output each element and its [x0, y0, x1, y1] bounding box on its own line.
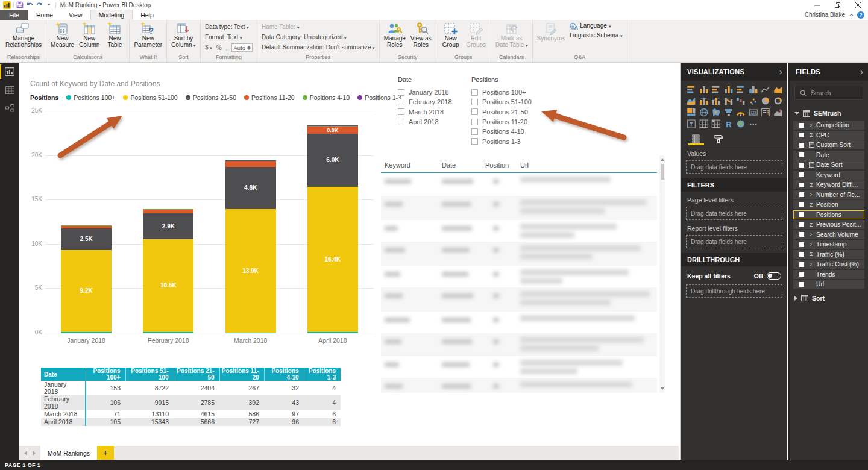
date-slicer-option[interactable]: March 2018 — [398, 107, 465, 117]
card-icon[interactable]: 123 — [747, 107, 760, 118]
field-item-custom-sort[interactable]: Custom Sort — [793, 140, 864, 149]
date-slicer-option[interactable]: February 2018 — [398, 97, 465, 107]
field-checkbox[interactable] — [799, 172, 804, 177]
page-filters-dropzone[interactable]: Drag data fields here — [686, 207, 782, 220]
sortby-column-button[interactable]: Sort byColumn ▾ — [169, 20, 198, 49]
multi-row-card-icon[interactable] — [760, 107, 772, 118]
map-icon[interactable] — [698, 107, 711, 118]
checkbox[interactable] — [471, 99, 478, 105]
checkbox[interactable] — [398, 108, 404, 115]
field-item-position[interactable]: ΣPosition — [793, 200, 864, 209]
detail-table-scrollbar[interactable] — [659, 155, 665, 393]
checkbox[interactable] — [398, 119, 404, 125]
checkbox[interactable] — [471, 119, 478, 125]
formatting-option[interactable]: Format: Text ▾ — [205, 33, 253, 42]
segment-positions-21-50[interactable]: 2.9K — [143, 213, 193, 239]
segment-positions-4-10[interactable] — [307, 125, 358, 127]
more-options-icon[interactable] — [747, 118, 760, 130]
next-page-icon[interactable] — [33, 451, 36, 456]
field-item-timestamp[interactable]: ΣTimestamp — [793, 240, 864, 249]
scroll-up-icon[interactable] — [661, 158, 664, 161]
table-row[interactable] — [381, 333, 657, 356]
percent-format-button[interactable]: % — [216, 43, 222, 52]
table-row[interactable] — [381, 220, 657, 242]
field-checkbox[interactable] — [799, 242, 804, 247]
legend-item[interactable]: Positions 100+ — [66, 94, 115, 101]
qa-option[interactable]: ALanguage ▾ — [570, 22, 622, 31]
segment-positions-51-100[interactable]: 13.9K — [225, 209, 276, 333]
checkbox[interactable] — [471, 108, 478, 115]
format-tab[interactable] — [710, 134, 726, 145]
ribbon-tab-file[interactable]: File — [0, 10, 28, 20]
save-icon[interactable] — [15, 1, 25, 9]
redo-icon[interactable] — [34, 1, 44, 9]
checkbox[interactable] — [471, 128, 478, 135]
fields-search-input[interactable]: Search — [794, 86, 863, 100]
100-stacked-bar-chart-icon[interactable] — [735, 84, 747, 95]
help-icon[interactable]: ? — [857, 11, 864, 19]
field-checkbox[interactable] — [799, 152, 804, 157]
minimize-button[interactable] — [807, 0, 827, 10]
segment-positions-100-[interactable] — [61, 332, 112, 333]
stacked-bar-chart-icon[interactable] — [685, 84, 698, 95]
slicer-icon[interactable] — [685, 118, 698, 130]
field-checkbox[interactable] — [799, 183, 804, 187]
field-item-keyword[interactable]: Keyword — [793, 171, 864, 180]
table-sort[interactable]: Sort — [790, 290, 868, 306]
model-view-button[interactable] — [0, 99, 19, 117]
new-column-button[interactable]: NewColumn — [77, 20, 102, 48]
field-item-positions[interactable]: Positions — [793, 210, 864, 219]
field-item-date-sort[interactable]: Date Sort — [793, 160, 864, 169]
drillthrough-dropzone[interactable]: Drag drillthrough fields here — [686, 284, 782, 298]
collapsed-icon[interactable] — [794, 296, 797, 301]
restore-button[interactable] — [827, 0, 848, 10]
line-chart-icon[interactable] — [760, 84, 772, 95]
scroll-down-icon[interactable] — [661, 387, 664, 390]
segment-positions-11-20[interactable]: 0.8K — [307, 127, 358, 134]
legend-item[interactable]: Positions 51-100 — [123, 94, 177, 101]
checkbox[interactable] — [471, 89, 478, 96]
report-filters-dropzone[interactable]: Drag data fields here — [686, 235, 782, 248]
decimal-places-spinner[interactable]: Auto — [231, 43, 253, 52]
expanded-icon[interactable] — [794, 112, 799, 115]
signed-in-user[interactable]: Christina Blake — [805, 11, 845, 18]
detail-column-url[interactable]: Url — [520, 161, 529, 169]
field-checkbox[interactable] — [799, 272, 804, 277]
table-row[interactable] — [381, 242, 657, 266]
positions-slicer-option[interactable]: Positions 1-3 — [471, 136, 550, 146]
new-parameter-button[interactable]: ?NewParameter — [131, 20, 165, 48]
positions-slicer-option[interactable]: Positions 11-20 — [471, 117, 550, 127]
field-checkbox[interactable] — [799, 212, 804, 217]
properties-option[interactable]: Home Table: ▾ — [262, 22, 375, 32]
clustered-bar-chart-icon[interactable] — [710, 84, 723, 95]
field-item-trends[interactable]: Trends — [793, 270, 864, 279]
date-slicer-option[interactable]: April 2018 — [398, 117, 465, 127]
customize-quick-access-icon[interactable]: ▾ — [44, 1, 54, 9]
comma-format-button[interactable]: , — [226, 43, 228, 52]
line-and-clustered-column-chart-icon[interactable] — [710, 95, 723, 107]
ribbon-tab-help[interactable]: Help — [133, 10, 162, 20]
100-stacked-column-chart-icon[interactable] — [747, 84, 760, 95]
new-measure-button[interactable]: NewMeasure — [48, 20, 77, 48]
segment-positions-51-100[interactable]: 9.2K — [61, 250, 112, 331]
field-checkbox[interactable] — [799, 252, 804, 257]
field-item-date[interactable]: Date — [793, 151, 864, 160]
pie-chart-icon[interactable] — [760, 95, 772, 107]
segment-positions-51-100[interactable]: 16.4K — [307, 187, 358, 332]
segment-positions-11-20[interactable] — [61, 225, 112, 228]
field-checkbox[interactable] — [799, 133, 804, 137]
field-checkbox[interactable] — [799, 192, 804, 197]
segment-positions-100-[interactable] — [307, 332, 358, 333]
collapse-fields-pane-icon[interactable]: › — [860, 67, 863, 77]
clustered-column-chart-icon[interactable] — [723, 84, 735, 95]
scrollbar-thumb[interactable] — [661, 164, 664, 180]
field-item-competition[interactable]: ΣCompetition — [793, 121, 864, 130]
properties-option[interactable]: Data Category: Uncategorized ▾ — [262, 33, 375, 42]
positions-slicer-option[interactable]: Positions 51-100 — [471, 97, 550, 107]
legend-item[interactable]: Positions 21-50 — [186, 94, 236, 101]
checkbox[interactable] — [398, 89, 404, 96]
r-script-visual-icon[interactable]: R — [723, 118, 735, 130]
markas-datetable-button[interactable]: Mark asDate Table ▾ — [493, 20, 530, 49]
summary-row[interactable]: March 201871131104615586976 — [41, 410, 341, 418]
properties-option[interactable]: Default Summarization: Don't summarize ▾ — [262, 43, 375, 52]
